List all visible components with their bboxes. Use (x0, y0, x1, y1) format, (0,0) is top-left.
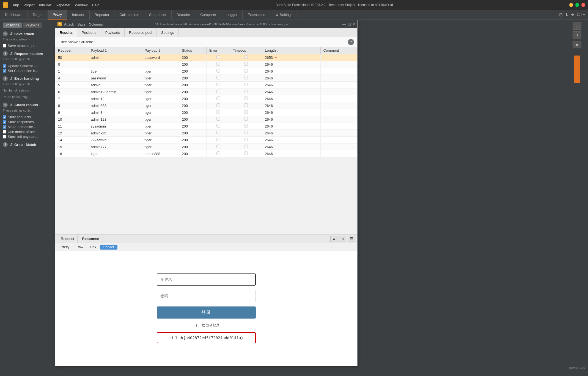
table-row[interactable]: 7admin12tiger2002646 (55, 95, 357, 102)
col-length[interactable]: Length↓ (262, 47, 321, 54)
username-input[interactable] (157, 273, 256, 286)
right-btn-1[interactable]: ⊞ (573, 22, 581, 30)
menu-project[interactable]: Project (23, 3, 34, 7)
table-row[interactable]: 12adminxxxtiger2002646 (55, 130, 357, 137)
menu-window[interactable]: Window (75, 3, 87, 7)
view-tab-hex[interactable]: Hex (87, 245, 99, 250)
table-row[interactable]: 1tigertiger2002646 (55, 68, 357, 75)
col-request[interactable]: Request (55, 47, 88, 54)
store-requests-cb[interactable] (3, 115, 6, 119)
refresh-icon-results: ↺ (9, 103, 13, 107)
tab-logger[interactable]: Logger (221, 10, 243, 20)
col-status[interactable]: Status (179, 47, 207, 54)
bottom-tab-request[interactable]: Request (57, 234, 78, 243)
orange-accent-bar (574, 56, 580, 83)
table-row[interactable]: 8admin888tiger2002646 (55, 102, 357, 109)
action-save[interactable]: Save (77, 22, 86, 26)
tab-sequencer[interactable]: Sequencer (144, 10, 172, 20)
table-row[interactable]: 11sysadmintiger2002646 (55, 123, 357, 130)
store-responses-label: Store responses (8, 120, 34, 124)
right-btn-2[interactable]: ⬇ (573, 31, 581, 39)
store-full-cb[interactable] (3, 135, 6, 139)
table-row[interactable]: 9admin8tiger2002646 (55, 109, 357, 116)
tool-btn-menu[interactable]: ☰ (348, 236, 355, 242)
window-minimize-btn[interactable]: — (342, 22, 346, 26)
action-attack[interactable]: Attack (64, 22, 74, 26)
tab-target[interactable]: Target (28, 10, 48, 20)
table-row[interactable]: 4passwordtiger2002646 (55, 75, 357, 82)
sub-tab-results[interactable]: Results (55, 28, 77, 37)
table-row[interactable]: 10admin123tiger2002646 (55, 116, 357, 123)
action-columns[interactable]: Columns (89, 22, 103, 26)
store-responses-cb[interactable] (3, 120, 6, 124)
tab-decoder[interactable]: Decoder (172, 10, 195, 20)
save-attack-title: Save attack (14, 32, 34, 36)
use-denial-cb[interactable] (3, 130, 6, 134)
sub-tab-resource-pool[interactable]: Resource pool (125, 28, 157, 37)
table-row[interactable]: 14777admintiger2002646 (55, 137, 357, 143)
remember-checkbox[interactable] (193, 324, 197, 327)
col-payload1[interactable]: Payload 1 (88, 47, 142, 54)
table-row[interactable]: 5admintiger2002646 (55, 82, 357, 89)
menu-repeater[interactable]: Repeater (56, 3, 70, 7)
tab-payloads[interactable]: Payloads (23, 23, 42, 28)
tab-positions[interactable]: Positions (3, 23, 22, 28)
content-area: Positions Payloads ? ↺ Save attack This … (0, 20, 588, 376)
tab-extensions[interactable]: Extensions (243, 10, 270, 20)
tab-settings[interactable]: ⚙ Settings (270, 10, 298, 20)
use-denial-label: Use denial-of-ser... (8, 130, 38, 134)
tab-dashboard[interactable]: Dashboard (0, 10, 28, 20)
remember-label: 下次自动登录 (198, 323, 220, 328)
store-requests-label: Store requests (8, 115, 31, 119)
table-row[interactable]: 02002646 (55, 61, 357, 68)
menu-intruder[interactable]: Intruder (39, 3, 51, 7)
window-maximize-btn[interactable]: □ (348, 22, 350, 26)
maximize-btn[interactable] (575, 3, 579, 7)
window-close-btn[interactable]: × (353, 22, 355, 26)
bottom-label: DOM: 0 Hosts (566, 366, 588, 371)
password-input[interactable] (157, 290, 256, 302)
sub-tab-positions[interactable]: Positions (77, 28, 101, 37)
set-connection-checkbox[interactable] (3, 69, 6, 73)
tab-repeater[interactable]: Repeater (90, 10, 114, 20)
col-error[interactable]: Error (206, 47, 230, 54)
menu-burp[interactable]: Burp (12, 3, 19, 7)
table-row[interactable]: 16tigeradmin8882002646 (55, 150, 357, 157)
tool-btn-list[interactable]: ≡ (330, 236, 337, 242)
view-tab-render[interactable]: Render (100, 245, 117, 250)
col-timeout[interactable]: Timeout (230, 47, 262, 54)
tab-intruder[interactable]: Intruder (67, 10, 90, 20)
make-unmodified-cb[interactable] (3, 125, 6, 129)
login-button[interactable]: 登录 (157, 306, 256, 319)
app-logo: B (3, 2, 8, 8)
menu-help[interactable]: Help (92, 3, 99, 7)
titlebar-menu: Burp Project Intruder Repeater Window He… (12, 3, 99, 7)
sub-tab-payloads[interactable]: Payloads (101, 28, 125, 37)
tool-btn-n[interactable]: n (339, 236, 346, 242)
store-full-label: Store full payloac... (8, 135, 38, 139)
table-row[interactable]: 6admin123admintiger2002646 (55, 89, 357, 95)
sub-tab-settings[interactable]: Settings (157, 28, 179, 37)
close-btn[interactable] (581, 3, 585, 7)
tab-comparer[interactable]: Comparer (195, 10, 221, 20)
star-icon: ★ (571, 12, 575, 17)
sub-tabs: Results Positions Payloads Resource pool… (55, 28, 357, 37)
table-row[interactable]: 15admin777tiger2002646 (55, 143, 357, 150)
col-comment[interactable]: Comment (320, 47, 357, 54)
help-icon-grep: ? (3, 142, 8, 147)
view-tab-pretty[interactable]: Pretty (57, 245, 73, 250)
minimize-btn[interactable] (569, 3, 573, 7)
table-row[interactable]: 50adminpassword2002653 ←———— (55, 54, 357, 61)
filter-help-btn[interactable]: ? (348, 39, 354, 45)
tab-collaborator[interactable]: Collaborator (114, 10, 144, 20)
update-content-checkbox[interactable] (3, 64, 6, 68)
view-tab-raw[interactable]: Raw (73, 245, 86, 250)
download-icon: ⬇ (565, 12, 568, 17)
refresh-icon-save: ↺ (9, 32, 13, 36)
bottom-tab-response[interactable]: Response (79, 234, 103, 243)
col-payload2[interactable]: Payload 2 (142, 47, 179, 54)
error-handling-text: These settings contr... (3, 82, 52, 86)
right-btn-3[interactable]: ★ (573, 41, 581, 48)
tab-proxy[interactable]: Proxy (48, 10, 67, 20)
save-attack-checkbox[interactable] (3, 44, 6, 48)
